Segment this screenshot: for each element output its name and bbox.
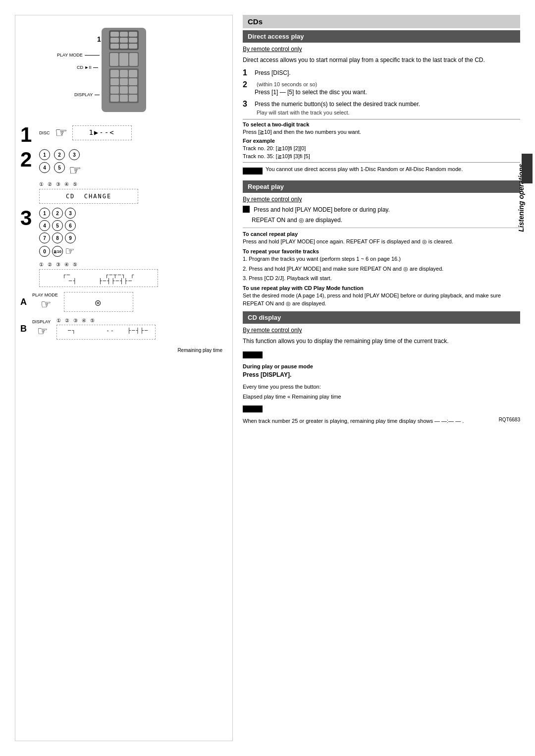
display-box-b: ─┐ -- ├─┤├─: [56, 325, 156, 340]
dots-row: ① ② ③ ④ ⑤: [39, 181, 227, 187]
note2-text1: Track no. 20: [≧10]fi [2][0]: [243, 145, 520, 152]
step3-number: 3: [20, 208, 35, 229]
direct-intro: Direct access allows you to start normal…: [243, 56, 520, 64]
display-box-3: ┌─ ┌─┬─┐ ┌ ─┤ ├─┤├─┤├─: [39, 269, 158, 287]
right-step3-sub: Play will start with the track you selec…: [257, 110, 350, 116]
fav-text1: 1. Program the tracks you want (perform …: [243, 255, 520, 263]
step2-section: 2 1 2 3 4 5 ☞ ① ② ③: [20, 149, 227, 204]
section-ab: A PLAY MODE ☞ ◎ B DISPLAY ☞ ①: [20, 292, 227, 353]
cd-display-warn: [243, 349, 520, 360]
cdplay-text: Set the desired mode (A page 14), press …: [243, 292, 520, 307]
left-panel: 1 2 3: [15, 15, 233, 741]
right-step1: 1 Press [DISC].: [243, 68, 520, 77]
cdplay-title: To use repeat play with CD Play Mode fun…: [243, 285, 520, 291]
remaining-label: Remaining play time: [20, 348, 222, 353]
right-step1-text: Press [DISC].: [255, 68, 291, 77]
cancel-title: To cancel repeat play: [243, 231, 520, 237]
during-play-label: During play or pause mode: [243, 363, 520, 369]
playmode-label: PLAY MODE: [57, 53, 83, 58]
step1-number: 1: [20, 124, 35, 145]
numpad-3: 1 2 3 4 5 6 7 8 9: [39, 208, 76, 258]
hand-icon-2: ☞: [69, 162, 82, 178]
repeat-header: Repeat play: [243, 180, 520, 193]
direct-access-header: Direct access play: [243, 30, 520, 43]
fav-text2: 2. Press and hold [PLAY MODE] and make s…: [243, 265, 520, 273]
cd-label: CD ►II: [77, 65, 91, 70]
warn-text: You cannot use direct access play with 1…: [266, 166, 463, 173]
right-content: CDs Direct access play By remote control…: [243, 15, 520, 425]
hand-icon-3: ☞: [65, 245, 75, 258]
remote-illustration: 1 2 3: [20, 20, 227, 119]
repeat-bullet2: REPEAT ON and ◎ are displayed.: [252, 216, 520, 225]
page: 1 2 3: [0, 0, 535, 756]
btn-2: 2: [54, 149, 65, 160]
cd-display-header: CD display: [243, 311, 520, 324]
elapsed-text: Elapsed play time « Remaining play time: [243, 393, 520, 401]
press-display-text: Press [DISPLAY].: [243, 370, 520, 379]
btn-5: 5: [54, 162, 65, 173]
ab-row-a: A PLAY MODE ☞ ◎: [20, 292, 227, 312]
right-margin-accent: [522, 154, 533, 183]
warn-icon: [243, 168, 263, 174]
right-step2: 2 (within 10 seconds or so) Press [1] — …: [243, 80, 520, 97]
cancel-text: Press and hold [PLAY MODE] once again. R…: [243, 238, 520, 245]
ab-letter-b: B: [20, 324, 28, 334]
display-box-1: 1▶--<: [72, 125, 132, 140]
display-box-2: CD CHANGE: [39, 189, 138, 204]
btn-1: 1: [39, 149, 50, 160]
ab-row-b: B DISPLAY ☞ ① ② ③ ④ ⑤ ─┐ -- ├─┤├─: [20, 318, 227, 340]
cd-display-intro: This function allows you to display the …: [243, 337, 520, 346]
disc-label: DISC: [39, 130, 50, 135]
fav-section: To repeat your favorite tracks 1. Progra…: [243, 248, 520, 282]
by-remote-2: By remote control only: [243, 196, 520, 203]
cd-warn-icon: [243, 351, 263, 358]
bullet-square-1: [243, 206, 250, 213]
fav-text3: 3. Press [CD 2/J]. Playback will start.: [243, 275, 520, 282]
cdplay-section: To use repeat play with CD Play Mode fun…: [243, 285, 520, 307]
cancel-section: To cancel repeat play Press and hold [PL…: [243, 231, 520, 245]
dots-row-3: ① ② ③ ④ ⑤: [39, 262, 227, 267]
display-box-a: ◎: [64, 292, 133, 312]
track25-text: When track number 25 or greater is playi…: [243, 417, 520, 425]
note-two-digit: To select a two-digit track Press [≧10] …: [243, 119, 520, 163]
cds-header: CDs: [243, 15, 520, 28]
note1-title: To select a two-digit track: [243, 121, 520, 127]
warn-section: You cannot use direct access play with 1…: [243, 166, 520, 176]
display-icon-label: DISPLAY ☞: [32, 319, 53, 338]
repeat-bullet1: Press and hold [PLAY MODE] before or dur…: [243, 206, 520, 214]
right-step2-text: Press [1] — [5] to select the disc you w…: [255, 89, 367, 96]
step2-content: 1 2 3 4 5 ☞ ① ② ③ ④ ⑤: [39, 149, 227, 204]
step1-content: DISC ☞ 1▶--<: [39, 124, 227, 141]
step2-number: 2: [20, 149, 35, 170]
note2-text2: Track no. 35: [≧10]fi [3]fi [5]: [243, 153, 520, 160]
right-step3-content: Press the numeric button(s) to select th…: [255, 100, 420, 116]
fav-title: To repeat your favorite tracks: [243, 248, 520, 254]
note2-title: For example: [243, 138, 520, 144]
remote-control: [102, 28, 146, 112]
note1-text: Press [≧10] and then the two numbers you…: [243, 128, 520, 136]
btn-3: 3: [69, 149, 80, 160]
hand-icon-b: ☞: [37, 324, 48, 338]
step3-content: 1 2 3 4 5 6 7 8 9: [39, 208, 227, 287]
right-panel: CDs Direct access play By remote control…: [243, 15, 520, 741]
sep1: [243, 228, 520, 228]
track25-warn-icon: [243, 406, 263, 412]
rqt-label: RQT6683: [499, 417, 520, 422]
every-time-text: Every time you press the button:: [243, 383, 520, 391]
track25-warn: [243, 404, 520, 414]
ab-letter-a: A: [20, 297, 28, 307]
btn-4: 4: [39, 162, 50, 173]
numpad-2: 1 2 3 4 5 ☞: [39, 149, 82, 178]
right-step2-content: (within 10 seconds or so) Press [1] — [5…: [255, 80, 367, 97]
dots-row-b: ① ② ③ ④ ⑤: [56, 318, 156, 323]
display-label: DISPLAY: [74, 92, 93, 97]
hand-icon-1: ☞: [55, 124, 67, 141]
right-step3: 3 Press the numeric button(s) to select …: [243, 100, 520, 116]
by-remote-1: By remote control only: [243, 46, 520, 53]
right-step3-text: Press the numeric button(s) to select th…: [255, 101, 420, 108]
playmode-icon-label: PLAY MODE ☞: [32, 292, 60, 311]
by-remote-3: By remote control only: [243, 327, 520, 334]
step1-section: 1 DISC ☞ 1▶--<: [20, 124, 227, 145]
hand-icon-a: ☞: [41, 297, 52, 311]
step3-section: 3 1 2 3 4 5 6: [20, 208, 227, 287]
